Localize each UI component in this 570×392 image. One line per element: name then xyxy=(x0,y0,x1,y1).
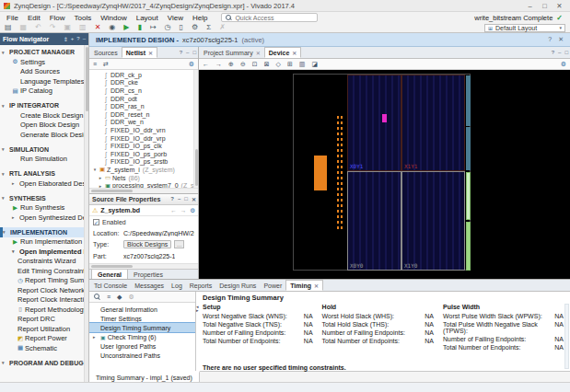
flownav-item-report-power[interactable]: ◩Report Power xyxy=(0,334,88,344)
minimize-icon[interactable]: – xyxy=(186,50,189,55)
netlist-module-z-system[interactable]: ▾▣Z_system_i(Z_system) xyxy=(89,166,198,174)
step-icon[interactable]: ↦ xyxy=(150,24,157,31)
menu-tools[interactable]: Tools xyxy=(70,14,97,22)
minimize-icon[interactable]: – xyxy=(558,50,561,55)
section-title-ip-integrator[interactable]: ▾IP INTEGRATOR xyxy=(0,100,88,110)
autofit-selection-icon[interactable]: ⊞ xyxy=(287,61,293,68)
timing-tree-general-information[interactable]: General Information xyxy=(89,305,195,314)
pin-icon[interactable]: ◆ xyxy=(117,294,122,301)
forward-icon[interactable]: → xyxy=(215,61,222,67)
netlist-port[interactable]: ʃFIXED_IO_ps_srstb xyxy=(89,158,198,167)
minimize-icon[interactable]: – xyxy=(178,196,180,202)
tab-tcl-console[interactable]: Tcl Console xyxy=(90,280,131,291)
copy-icon[interactable]: ▣ xyxy=(64,24,72,31)
paste-icon[interactable]: ▥ xyxy=(79,24,87,31)
layout-selector[interactable]: ⊞ Default Layout ▾ xyxy=(484,24,565,32)
scrollbar-thumb[interactable] xyxy=(91,265,133,268)
netlist-port[interactable]: ʃFIXED_IO_ddr_vrn xyxy=(89,126,198,134)
properties-hscrollbar[interactable] xyxy=(89,263,198,269)
flownav-item-report-clock-networks[interactable]: Report Clock Networks xyxy=(0,285,88,295)
timing-tree-user-ignored-paths[interactable]: User Ignored Paths xyxy=(89,341,195,351)
section-title-simulation[interactable]: ▾SIMULATION xyxy=(0,144,88,155)
tab-reports[interactable]: Reports xyxy=(186,280,216,291)
search-icon[interactable] xyxy=(93,294,100,301)
gear-icon[interactable]: ⚙ xyxy=(190,207,195,214)
routing-resources-icon[interactable]: ▥ xyxy=(299,61,306,68)
flownav-item-language-templates[interactable]: Language Templates xyxy=(0,76,88,86)
netlist-port[interactable]: ʃFIXED_IO_ps_porb xyxy=(89,150,198,158)
section-title-implementation[interactable]: ▾IMPLEMENTATION xyxy=(0,227,88,237)
timing-summary-status-tab[interactable]: Timing Summary - impl_1 (saved) xyxy=(89,371,200,382)
flownav-item-run-implementation[interactable]: ▶Run Implementation xyxy=(0,237,88,248)
netlist-port[interactable]: ʃDDR_reset_n xyxy=(89,110,198,119)
minimize-button[interactable]: – xyxy=(523,2,537,10)
clock-region-x0y0[interactable]: X0Y0 xyxy=(347,171,401,271)
report-doc-icon[interactable]: ▯ xyxy=(180,24,183,31)
save-icon[interactable]: ▦ xyxy=(20,24,28,31)
gear-icon[interactable]: ⚙ xyxy=(189,61,194,68)
menu-help[interactable]: Help xyxy=(188,14,212,22)
open-file-icon[interactable]: ▤ xyxy=(5,24,12,31)
tab-design-runs[interactable]: Design Runs xyxy=(215,280,260,291)
help-icon[interactable]: ? xyxy=(548,36,552,43)
section-title-program-and-debug[interactable]: ▾PROGRAM AND DEBUG xyxy=(0,358,88,368)
report-sum-icon[interactable]: Σ xyxy=(206,24,211,31)
close-button[interactable]: ✕ xyxy=(553,2,566,10)
run-icon[interactable]: ▶ xyxy=(123,24,129,31)
scrollbar-thumb[interactable] xyxy=(86,47,88,111)
settings-icon[interactable]: ⚙ xyxy=(192,24,198,31)
flownav-item-open-synthesized-design[interactable]: ▸Open Synthesized Design xyxy=(0,213,88,223)
timing-tree-check-timing[interactable]: ▸▣Check Timing (6) xyxy=(89,332,195,341)
flownav-item-run-simulation[interactable]: Run Simulation xyxy=(0,155,88,165)
select-area-icon[interactable]: ◇ xyxy=(276,61,281,68)
flownav-item-edit-timing-constraints[interactable]: Edit Timing Constraints xyxy=(0,266,88,276)
netlist-nets-folder[interactable]: ▸▭Nets(86) xyxy=(89,174,198,182)
flownav-item-report-methodology[interactable]: ▯Report Methodology xyxy=(0,305,88,315)
menu-edit[interactable]: Edit xyxy=(23,14,45,22)
quick-access-box[interactable] xyxy=(221,13,318,22)
scrollbar-thumb[interactable] xyxy=(91,190,133,192)
scrollbar-thumb[interactable] xyxy=(195,149,198,186)
type-select[interactable]: Block Designs xyxy=(123,240,171,248)
minimize-panel-icon[interactable]: – xyxy=(83,36,86,42)
flownav-item-generate-block-design[interactable]: Generate Block Design xyxy=(0,130,88,140)
tab-power[interactable]: Power xyxy=(260,280,285,291)
chevron-down-icon[interactable]: ▾ xyxy=(12,248,17,254)
close-icon[interactable]: ✕ xyxy=(192,196,196,202)
zoom-area-icon[interactable]: ⊠ xyxy=(264,61,270,68)
close-icon[interactable]: ✕ xyxy=(558,36,564,43)
flownav-item-report-utilization[interactable]: Report Utilization xyxy=(0,324,88,334)
timing-vscrollbar[interactable] xyxy=(564,304,569,369)
expand-all-icon[interactable]: ⇄ xyxy=(103,61,109,68)
menu-flow[interactable]: Flow xyxy=(45,14,70,22)
clock-region-x1y1[interactable]: X1Y1 xyxy=(401,75,465,171)
section-title-rtl-analysis[interactable]: ▾RTL ANALYSIS xyxy=(0,168,88,179)
netlist-vscrollbar[interactable] xyxy=(193,70,198,188)
netlist-port[interactable]: ʃDDR_ck_p xyxy=(89,71,198,79)
clock-region-x0y1[interactable]: X0Y1 xyxy=(347,75,401,171)
netlist-port[interactable]: ʃDDR_we_n xyxy=(89,119,198,127)
enabled-checkbox[interactable]: ✓ xyxy=(93,219,99,225)
flownav-item-open-block-design[interactable]: Open Block Design xyxy=(0,121,88,131)
tab-timing[interactable]: Timing✕ xyxy=(285,280,323,291)
collapse-all-icon[interactable]: ≡ xyxy=(107,294,111,300)
tab-sources[interactable]: Sources xyxy=(90,47,122,58)
chevron-right-icon[interactable]: ▸ xyxy=(98,175,103,180)
back-icon[interactable]: ← xyxy=(203,61,209,67)
quick-access-input[interactable] xyxy=(235,15,314,21)
clock-region-x1y0[interactable]: X1Y0 xyxy=(401,171,465,271)
maximize-button[interactable]: □ xyxy=(538,2,552,10)
close-tab-icon[interactable]: ✕ xyxy=(256,50,261,56)
tab-netlist[interactable]: Netlist✕ xyxy=(122,47,157,58)
next-icon[interactable]: → xyxy=(180,207,187,214)
netlist-port[interactable]: ʃDDR_cke xyxy=(89,79,198,87)
pause-icon[interactable]: ▮ xyxy=(138,24,142,31)
section-title-project-manager[interactable]: ▾PROJECT MANAGER xyxy=(0,47,88,57)
find-icon[interactable]: ◉ xyxy=(109,24,115,31)
dock-panel-icon[interactable]: ⇕ xyxy=(64,36,68,42)
zoom-fit-icon[interactable]: ⊡ xyxy=(252,61,258,68)
prev-icon[interactable]: ← xyxy=(170,207,177,214)
collapse-all-icon[interactable]: ≡ xyxy=(93,61,97,67)
netlist-port[interactable]: ʃDDR_cs_n xyxy=(89,86,198,95)
chevron-right-icon[interactable]: ▸ xyxy=(12,214,17,220)
